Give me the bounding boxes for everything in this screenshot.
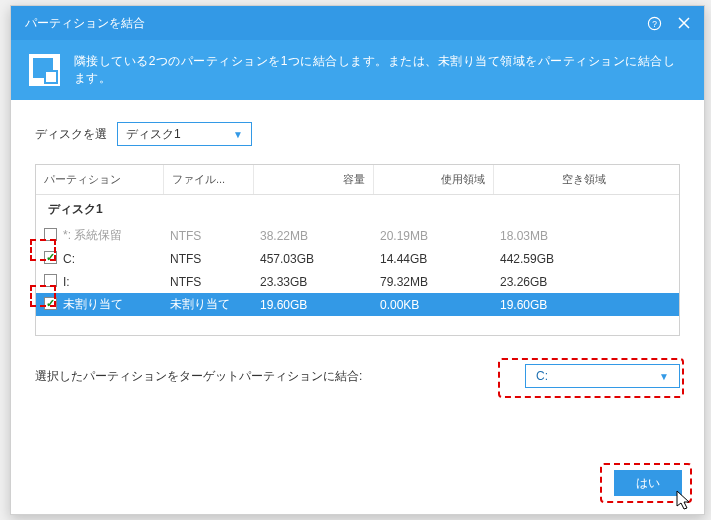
row-used: 0.00KB [380, 298, 500, 312]
row-cap: 23.33GB [260, 275, 380, 289]
row-fs: NTFS [170, 252, 260, 266]
row-used: 79.32MB [380, 275, 500, 289]
disk-select-label: ディスクを選 [35, 126, 107, 143]
merge-icon [29, 54, 60, 86]
disk-select[interactable]: ディスク1 ▼ [117, 122, 252, 146]
row-cap: 38.22MB [260, 229, 380, 243]
row-free: 23.26GB [500, 275, 620, 289]
target-select-value: C: [536, 369, 548, 383]
col-header-name[interactable]: パーティション [36, 165, 164, 194]
row-cap: 19.60GB [260, 298, 380, 312]
row-name: I: [63, 275, 70, 289]
row-cap: 457.03GB [260, 252, 380, 266]
caret-down-icon: ▼ [233, 129, 243, 140]
close-icon[interactable] [676, 15, 692, 31]
disk-select-value: ディスク1 [126, 126, 181, 143]
group-header: ディスク1 [36, 195, 679, 224]
header-description: 隣接している2つのパーティションを1つに結合します。または、未割り当て領域をパー… [74, 53, 686, 87]
col-header-cap[interactable]: 容量 [254, 165, 374, 194]
titlebar: パーティションを結合 ? [11, 6, 704, 40]
row-name: *: 系統保留 [63, 227, 122, 244]
col-header-fs[interactable]: ファイル... [164, 165, 254, 194]
target-select[interactable]: C: ▼ [525, 364, 680, 388]
row-used: 20.19MB [380, 229, 500, 243]
row-free: 19.60GB [500, 298, 620, 312]
table-row[interactable]: *: 系統保留NTFS38.22MB20.19MB18.03MB [36, 224, 679, 247]
row-name: 未割り当て [63, 296, 123, 313]
caret-down-icon: ▼ [659, 371, 669, 382]
row-checkbox[interactable] [44, 274, 57, 287]
row-fs: NTFS [170, 275, 260, 289]
target-label: 選択したパーティションをターゲットパーティションに結合: [35, 368, 362, 385]
col-header-used[interactable]: 使用領域 [374, 165, 494, 194]
row-free: 18.03MB [500, 229, 620, 243]
row-checkbox[interactable] [44, 297, 57, 310]
row-used: 14.44GB [380, 252, 500, 266]
table-row[interactable]: 未割り当て未割り当て19.60GB0.00KB19.60GB [36, 293, 679, 316]
header-band: 隣接している2つのパーティションを1つに結合します。または、未割り当て領域をパー… [11, 40, 704, 100]
partition-table: パーティション ファイル... 容量 使用領域 空き領域 ディスク1*: 系統保… [35, 164, 680, 336]
ok-button[interactable]: はい [614, 470, 682, 496]
row-checkbox[interactable] [44, 228, 57, 241]
row-fs: NTFS [170, 229, 260, 243]
row-free: 442.59GB [500, 252, 620, 266]
help-icon[interactable]: ? [646, 15, 662, 31]
row-checkbox[interactable] [44, 251, 57, 264]
table-row[interactable]: I:NTFS23.33GB79.32MB23.26GB [36, 270, 679, 293]
row-fs: 未割り当て [170, 296, 260, 313]
svg-text:?: ? [652, 18, 657, 28]
row-name: C: [63, 252, 75, 266]
table-row[interactable]: C:NTFS457.03GB14.44GB442.59GB [36, 247, 679, 270]
col-header-free[interactable]: 空き領域 [494, 165, 614, 194]
window-title: パーティションを結合 [25, 15, 145, 32]
